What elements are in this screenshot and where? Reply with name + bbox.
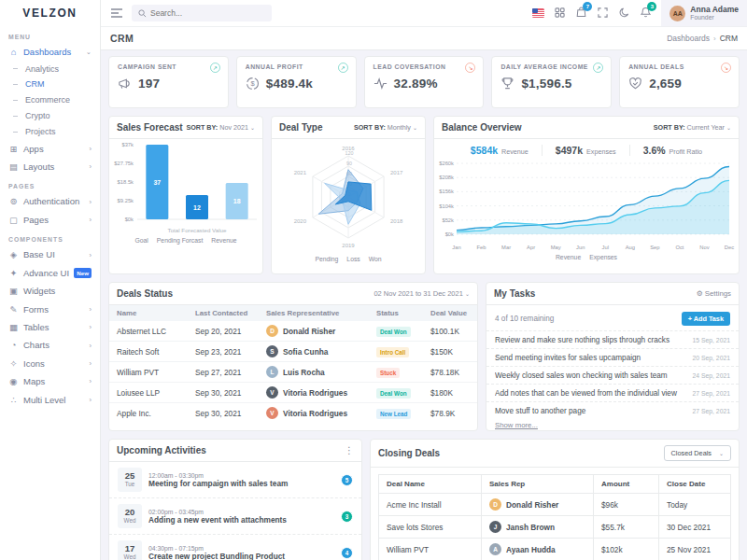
tasks-remaining: 4 of 10 remaining <box>495 315 554 323</box>
tasks-summary: 4 of 10 remaining + Add Task <box>486 305 739 330</box>
sidebar-item-apps[interactable]: ⊞ Apps › <box>0 140 100 158</box>
sidebar-item-label: MENU <box>8 34 31 41</box>
sidebar-item-label: Apps <box>23 144 44 154</box>
sidebar: VELZON MENU ⌂ Dashboards ⌄ <box>0 0 101 560</box>
avatar: L <box>266 366 278 378</box>
table-row: William PVT AAyaan Hudda $102k 25 Nov 20… <box>379 539 731 560</box>
sidebar-item-label: Crypto <box>25 111 50 121</box>
user-profile-menu[interactable]: AA Anna Adame Founder <box>661 0 747 26</box>
add-task-button[interactable]: + Add Task <box>682 312 730 326</box>
table-row: William PVT Sep 27, 2021 LLuis Rocha Stu… <box>109 362 477 383</box>
sidebar-item-base-ui[interactable]: ◈ Base UI › <box>0 245 100 263</box>
activity-item: 25 Tue 12:00am - 03:30pm Meeting for cam… <box>109 462 361 497</box>
user-name: Anna Adame <box>690 5 739 14</box>
search-input[interactable] <box>150 8 255 18</box>
user-role: Founder <box>690 14 739 21</box>
kpi-label: DAILY AVERAGE INCOME <box>500 63 602 70</box>
fullscreen-icon[interactable] <box>592 0 613 26</box>
sidebar-item-crypto[interactable]: Crypto <box>0 108 100 124</box>
svg-text:$18.5k: $18.5k <box>118 179 134 185</box>
date-range-dropdown[interactable]: 02 Nov 2021 to 31 Dec 2021 ⌄ <box>374 289 470 298</box>
pages-icon: ▢ <box>8 215 19 225</box>
deals-filter-select[interactable]: Closed Deals⌄ <box>664 445 731 461</box>
sidebar-item-tables[interactable]: ▦ Tables › <box>0 318 100 336</box>
svg-text:Jan: Jan <box>452 245 460 250</box>
task-item: Weekly closed sales won checking with sa… <box>486 366 739 384</box>
activity-date-badge: 17 Wed <box>118 540 142 560</box>
tables-icon: ▦ <box>8 322 19 332</box>
chevron-down-icon: ⌄ <box>250 125 255 131</box>
sidebar-item-analytics[interactable]: Analytics <box>0 62 100 77</box>
sidebar-item-maps[interactable]: ◉ Maps › <box>0 372 100 390</box>
deal-type-radar-chart: 0306090120201620172018201920202021 <box>272 139 425 255</box>
status-badge: Deal Won <box>376 327 411 337</box>
sidebar-item-label: Multi Level <box>23 395 65 405</box>
authentication-icon: ⊚ <box>8 196 19 206</box>
velzon-logo[interactable]: VELZON <box>0 0 100 26</box>
sidebar-item-multi-level[interactable]: ∴ Multi Level › <box>0 391 100 409</box>
svg-text:12: 12 <box>193 204 201 211</box>
kpi-label: ANNUAL PROFIT <box>246 63 347 70</box>
show-more-link[interactable]: Show more... <box>486 419 739 431</box>
avatar: D <box>266 325 278 337</box>
sidebar-item-label: Tables <box>23 322 49 332</box>
sidebar-item-widgets[interactable]: ▣ Widgets <box>0 282 100 300</box>
sidebar-item-advance-ui[interactable]: ✦ Advance UI New <box>0 264 100 282</box>
dashboard-icon: ⌂ <box>8 47 19 57</box>
activity-item: 20 Wed 02:00pm - 03:45pm Adding a new ev… <box>109 497 361 534</box>
svg-text:$104k: $104k <box>439 203 454 209</box>
moon-icon[interactable] <box>613 0 635 26</box>
sidebar-item-label: Forms <box>23 304 49 315</box>
kebab-menu-icon[interactable]: ⋮ <box>345 445 354 455</box>
sidebar-item-label: Charts <box>23 340 49 350</box>
status-badge: Deal Won <box>376 388 411 399</box>
menu-toggle-icon[interactable] <box>108 5 125 21</box>
chevron-icon: › <box>90 305 92 314</box>
bell-icon[interactable]: 3 <box>635 0 656 26</box>
balance-stat: 3.6% Profit Ratio <box>629 145 716 156</box>
breadcrumb-separator: › <box>713 35 716 43</box>
sort-by-dropdown[interactable]: SORT BY: Nov 2021 ⌄ <box>186 123 255 132</box>
app-root: VELZON MENU ⌂ Dashboards ⌄ <box>0 0 747 560</box>
card-title: Sales Forecast <box>117 122 183 133</box>
sidebar-item-charts[interactable]: ◔ Charts › <box>0 336 100 354</box>
svg-text:Feb: Feb <box>477 245 486 250</box>
sidebar-item-crm[interactable]: CRM <box>0 77 100 92</box>
svg-text:2018: 2018 <box>390 218 403 224</box>
sidebar-item-menu[interactable]: MENU <box>0 26 100 43</box>
trend-arrow-icon: ↗ <box>593 63 603 73</box>
svg-text:37: 37 <box>153 179 161 186</box>
main-area: 7 3 <box>101 0 747 560</box>
sales-forecast-card: Sales Forecast SORT BY: Nov 2021 ⌄ $0k$9… <box>108 116 263 274</box>
apps-grid-icon <box>555 7 565 21</box>
layouts-icon: ▤ <box>8 161 19 172</box>
sidebar-item-layouts[interactable]: ▤ Layouts › <box>0 158 100 175</box>
tasks-list: Review and make sure nothing slips throu… <box>486 330 739 419</box>
sidebar-item-dashboards[interactable]: ⌂ Dashboards ⌄ <box>0 43 100 61</box>
sidebar-item-forms[interactable]: ✎ Forms › <box>0 301 100 318</box>
notification-count-badge: 7 <box>583 2 592 11</box>
avatar-count-badge: 3 <box>341 511 353 523</box>
sidebar-item-components[interactable]: COMPONENTS <box>0 229 100 245</box>
avatar-group: 5 <box>341 474 353 486</box>
sidebar-item-authentication[interactable]: ⊚ Authentication › <box>0 192 100 210</box>
svg-text:Dec: Dec <box>725 245 734 250</box>
sort-by-dropdown[interactable]: SORT BY: Current Year ⌄ <box>654 123 731 132</box>
shopping-bag-icon[interactable]: 7 <box>571 0 592 26</box>
sort-by-dropdown[interactable]: SORT BY: Monthly ⌄ <box>354 123 417 132</box>
us-flag-icon[interactable] <box>528 0 549 26</box>
sidebar-item-ecommerce[interactable]: Ecommerce <box>0 92 100 108</box>
svg-text:2017: 2017 <box>390 170 403 175</box>
chevron-icon: › <box>90 198 92 206</box>
card-title: My Tasks <box>494 288 535 299</box>
sidebar-item-icons[interactable]: ✧ Icons › <box>0 355 100 372</box>
card-title: Upcoming Activities <box>117 445 206 455</box>
settings-button[interactable]: ⚙ Settings <box>697 289 731 298</box>
sidebar-item-projects[interactable]: Projects <box>0 124 100 140</box>
apps-grid-icon[interactable] <box>549 0 571 26</box>
kpi-row: CAMPAIGN SENT ↗ 197 ANNUAL PROFIT ↗ $ <box>108 56 740 108</box>
svg-text:18: 18 <box>233 198 241 204</box>
breadcrumb-parent[interactable]: Dashboards <box>667 34 710 43</box>
sidebar-item-pages[interactable]: PAGES <box>0 175 100 192</box>
sidebar-item-pages[interactable]: ▢ Pages › <box>0 211 100 229</box>
